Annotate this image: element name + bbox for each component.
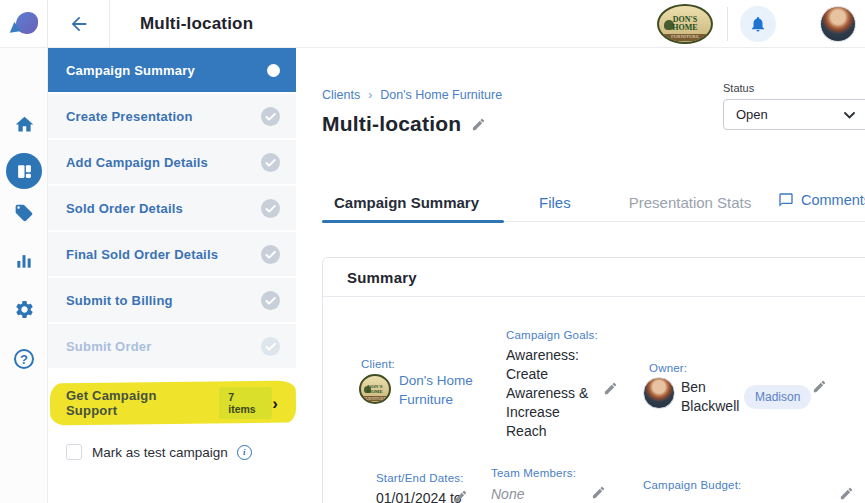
help-icon: ? <box>14 349 34 369</box>
topbar-divider <box>727 7 728 41</box>
owner-avatar <box>643 377 675 409</box>
page-title: Multi-location <box>322 112 461 136</box>
active-step-dot <box>267 64 280 77</box>
status-value: Open <box>736 107 768 122</box>
edit-goals-pencil-icon[interactable] <box>603 381 618 396</box>
test-campaign-label: Mark as test campaign <box>92 445 228 460</box>
check-circle-icon <box>261 291 280 310</box>
breadcrumb-client-name[interactable]: Don's Home Furniture <box>380 88 502 102</box>
bell-icon <box>749 15 767 33</box>
tab-bar: Campaign Summary Files Presentation Stat… <box>322 183 865 222</box>
check-circle-icon <box>261 153 280 172</box>
client-logo-ribbon: FURNITURE <box>661 34 709 41</box>
sidebar-item-get-campaign-support[interactable]: Get Campaign Support 7 items › <box>48 380 296 426</box>
edit-owner-pencil-icon[interactable] <box>812 379 827 394</box>
check-circle-icon <box>261 337 280 356</box>
client-logo: DON'S HOME FURNITURE <box>657 4 713 44</box>
chevron-right-icon: › <box>272 395 278 412</box>
tab-campaign-summary[interactable]: Campaign Summary <box>334 194 479 211</box>
status-label: Status <box>723 82 865 94</box>
campaign-budget-label: Campaign Budget: <box>643 479 741 491</box>
edit-budget-pencil-icon[interactable] <box>839 486 854 501</box>
team-members-label: Team Members: <box>491 467 576 479</box>
sidebar-item-submit-to-billing[interactable]: Submit to Billing <box>48 278 296 322</box>
rail-help-button[interactable]: ? <box>0 349 48 369</box>
client-value[interactable]: Don's Home Furniture <box>399 371 479 409</box>
test-campaign-row: Mark as test campaign i <box>66 444 296 460</box>
test-campaign-checkbox[interactable] <box>66 444 82 460</box>
chevron-down-icon <box>844 112 855 119</box>
rail-settings-button[interactable] <box>0 299 48 320</box>
rail-tags-button[interactable] <box>0 203 48 223</box>
rail-reports-button[interactable] <box>0 251 48 271</box>
sidebar-item-final-sold-order-details[interactable]: Final Sold Order Details <box>48 232 296 276</box>
topbar-right: DON'S HOME FURNITURE <box>657 4 865 44</box>
home-icon <box>14 114 35 135</box>
sidebar-item-label: Submit to Billing <box>66 293 261 308</box>
app-root: Multi-location DON'S HOME FURNITURE <box>0 0 865 503</box>
sidebar-item-sold-order-details[interactable]: Sold Order Details <box>48 186 296 230</box>
sidebar-item-create-presentation[interactable]: Create Presentation <box>48 94 296 138</box>
back-arrow-icon <box>68 13 90 35</box>
sidebar-item-label: Add Campaign Details <box>66 155 261 170</box>
summary-card-title: Summary <box>347 269 417 286</box>
page-title-row: Multi-location <box>322 112 486 136</box>
tab-files[interactable]: Files <box>539 194 571 211</box>
edit-title-pencil-icon[interactable] <box>471 117 486 132</box>
app-logo[interactable] <box>0 0 48 48</box>
support-items-badge: 7 items <box>219 387 272 419</box>
support-label: Get Campaign Support <box>66 388 207 418</box>
rail-home-button[interactable] <box>0 114 48 135</box>
summary-card: Summary Client: DON'S HOME FURNITURE Don… <box>322 257 865 503</box>
tab-comments[interactable]: Comments <box>778 192 865 208</box>
breadcrumb-clients[interactable]: Clients <box>322 88 360 102</box>
team-members-value: None <box>491 485 524 503</box>
client-logo-ribbon: FURNITURE <box>362 396 388 401</box>
check-circle-icon <box>261 199 280 218</box>
client-label: Client: <box>361 358 395 370</box>
dates-value: 01/01/2024 to <box>376 489 462 503</box>
bar-chart-icon <box>14 251 34 271</box>
sidebar-item-label: Final Sold Order Details <box>66 247 261 262</box>
topbar: Multi-location DON'S HOME FURNITURE <box>0 0 865 48</box>
sidebar-item-submit-order[interactable]: Submit Order <box>48 324 296 368</box>
sidebar-item-label: Sold Order Details <box>66 201 261 216</box>
owner-label: Owner: <box>649 362 687 374</box>
client-logo-line2: HOME <box>672 24 697 32</box>
edit-dates-pencil-icon[interactable] <box>453 489 468 503</box>
comment-bubble-icon <box>778 192 794 208</box>
owner-location-badge: Madison <box>744 385 811 409</box>
tab-presentation-stats[interactable]: Presentation Stats <box>629 194 752 211</box>
sidebar-item-label: Create Presentation <box>66 109 261 124</box>
breadcrumb-separator: › <box>368 88 372 102</box>
rail-dashboard-button[interactable] <box>6 153 42 189</box>
sidebar-item-campaign-summary[interactable]: Campaign Summary <box>48 48 296 92</box>
check-circle-icon <box>261 107 280 126</box>
info-icon[interactable]: i <box>237 445 252 460</box>
icon-rail: ? <box>0 48 48 503</box>
tab-comments-label: Comments <box>801 192 865 208</box>
topbar-title: Multi-location <box>140 14 253 34</box>
back-button[interactable] <box>48 0 110 48</box>
campaign-goals-value: Awareness: Create Awareness & Increase R… <box>506 346 600 441</box>
gear-icon <box>14 299 35 320</box>
edit-team-pencil-icon[interactable] <box>591 485 606 500</box>
sidebar-item-label: Submit Order <box>66 339 261 354</box>
client-logo-tree <box>364 386 371 393</box>
status-select[interactable]: Open <box>723 99 865 130</box>
breadcrumb: Clients › Don's Home Furniture <box>322 88 502 102</box>
sidebar-item-add-campaign-details[interactable]: Add Campaign Details <box>48 140 296 184</box>
active-tab-underline <box>322 220 504 223</box>
app-logo-triangle <box>8 21 21 33</box>
status-block: Status Open <box>723 82 865 130</box>
user-avatar[interactable] <box>820 6 856 42</box>
dates-label: Start/End Dates: <box>376 472 464 484</box>
notifications-button[interactable] <box>740 6 776 42</box>
summary-card-header: Summary <box>323 258 865 297</box>
check-circle-icon <box>261 245 280 264</box>
campaign-goals-label: Campaign Goals: <box>506 329 598 341</box>
sidebar-item-label: Campaign Summary <box>66 63 267 78</box>
campaign-steps-sidebar: Campaign Summary Create Presentation Add… <box>48 48 296 503</box>
client-thumbnail-logo: DON'S HOME FURNITURE <box>359 374 391 404</box>
client-logo-tree <box>664 20 674 30</box>
